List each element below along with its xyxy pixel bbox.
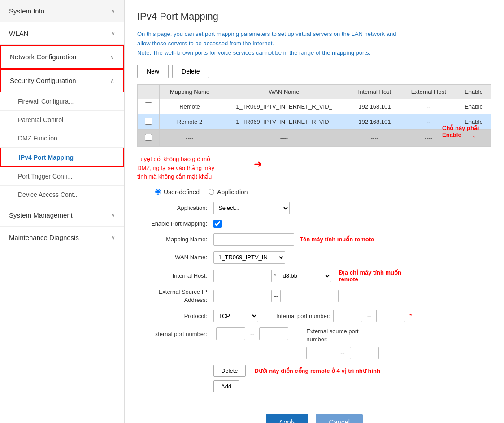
- col-checkbox: [138, 85, 160, 99]
- dmz-annotation: Tuyệt đối không bao giờ mở DMZ, ng lạ sẽ…: [137, 155, 254, 181]
- cell-wan-name: 1_TR069_IPTV_INTERNET_R_VID_: [220, 99, 348, 114]
- cell-wan-name: 1_TR069_IPTV_INTERNET_R_VID_: [220, 114, 348, 130]
- sidebar-item-network-config[interactable]: Network Configuration ∨: [0, 45, 124, 69]
- protocol-port-row: Protocol: TCP Internal port number: 3390…: [137, 310, 491, 322]
- external-source-from-input[interactable]: [213, 290, 272, 302]
- row-checkbox-1[interactable]: [145, 102, 152, 109]
- internal-port-to-input[interactable]: 3390: [376, 310, 405, 322]
- external-port-from-input[interactable]: 3390: [216, 327, 245, 340]
- wan-name-select[interactable]: 1_TR069_IPTV_IN: [213, 251, 285, 264]
- sidebar-item-label: Security Configuration: [10, 77, 76, 84]
- delete-small-button[interactable]: Delete: [213, 365, 246, 377]
- table-row-empty: ---- ---- ---- ---- ↑: [138, 130, 491, 147]
- internal-host-label: Internal Host:: [137, 272, 213, 279]
- enable-row: Enable Port Mapping:: [137, 220, 491, 228]
- radio-user-defined[interactable]: User-defined: [155, 188, 200, 196]
- mapping-name-label: Mapping Name:: [137, 236, 213, 243]
- col-enable: Enable: [456, 85, 491, 99]
- chevron-up-icon: ∧: [110, 78, 114, 84]
- mapping-name-input[interactable]: Remote 2: [213, 233, 294, 246]
- internal-host-input[interactable]: 192.168.101: [213, 270, 272, 282]
- external-port-row: External port number: 3390 -- 3390 Exter…: [137, 327, 491, 359]
- apply-button[interactable]: Apply: [266, 414, 309, 423]
- enable-checkbox[interactable]: [213, 220, 222, 228]
- add-row: Add: [213, 380, 491, 392]
- sidebar-item-label: Maintenance Diagnosis: [9, 234, 79, 241]
- col-external-host: External Host: [401, 85, 456, 99]
- cell-enable: Enable: [456, 99, 491, 114]
- add-button[interactable]: Add: [213, 380, 239, 392]
- sidebar-item-system-info[interactable]: System Info ∨: [0, 0, 124, 22]
- external-source-to-input[interactable]: [280, 290, 339, 302]
- sidebar-item-label: System Info: [9, 7, 44, 15]
- type-radio-row: User-defined Application: [137, 188, 491, 196]
- wan-name-row: WAN Name: 1_TR069_IPTV_IN: [137, 251, 491, 264]
- protocol-select[interactable]: TCP: [213, 310, 258, 322]
- application-row: Application: Select...: [137, 202, 491, 214]
- sidebar-item-label: System Management: [9, 211, 73, 219]
- table-row-selected: Remote 2 1_TR069_IPTV_INTERNET_R_VID_ 19…: [138, 114, 491, 130]
- cell-mapping-name: Remote: [159, 99, 220, 114]
- sidebar-item-label: WLAN: [9, 30, 28, 37]
- application-label: Application:: [137, 205, 213, 211]
- protocol-group: Protocol: TCP: [137, 310, 258, 322]
- sidebar-sub-item-device-access[interactable]: Device Access Cont...: [0, 186, 124, 204]
- external-source-row: External Source IPAddress: --: [137, 288, 491, 304]
- cell-wan-name: ----: [220, 130, 348, 147]
- external-source-label: External Source IPAddress:: [137, 288, 213, 304]
- chevron-down-icon: ∨: [111, 8, 115, 14]
- row-checkbox-3[interactable]: [145, 134, 152, 141]
- sidebar-item-label: Network Configuration: [10, 53, 76, 61]
- note-red: Dưới này điền cổng remote ở 4 vị trí như…: [255, 367, 380, 374]
- chevron-down-icon: ∨: [111, 212, 115, 218]
- col-wan-name: WAN Name: [220, 85, 348, 99]
- sidebar-sub-item-ipv4-port-mapping[interactable]: IPv4 Port Mapping: [0, 148, 124, 167]
- internal-host-annotation: Địa chỉ máy tính muốnremote: [339, 269, 401, 283]
- table-row: Remote 1_TR069_IPTV_INTERNET_R_VID_ 192.…: [138, 99, 491, 114]
- chevron-down-icon: ∨: [110, 54, 114, 60]
- final-buttons: Apply Cancel: [137, 414, 491, 423]
- radio-application-input[interactable]: [209, 189, 214, 195]
- ext-src-port-to-input[interactable]: [350, 347, 379, 359]
- col-mapping-name: Mapping Name: [159, 85, 220, 99]
- internal-port-group: Internal port number: 3390 -- 3390 *: [276, 310, 412, 322]
- external-port-group: External port number: 3390 -- 3390: [137, 327, 288, 340]
- new-button[interactable]: New: [137, 65, 169, 78]
- sidebar-sub-item-dmz[interactable]: DMZ Function: [0, 129, 124, 148]
- sidebar-item-maintenance-diagnosis[interactable]: Maintenance Diagnosis ∨: [0, 227, 124, 249]
- mapping-name-annotation: Tên máy tính muốn remote: [300, 236, 374, 243]
- internal-port-from-input[interactable]: 3390: [333, 310, 362, 322]
- application-select[interactable]: Select...: [213, 202, 290, 214]
- cancel-button[interactable]: Cancel: [316, 414, 363, 423]
- internal-host-select[interactable]: d8:bb: [278, 270, 331, 282]
- cell-mapping-name: Remote 2: [159, 114, 220, 130]
- row-checkbox-2[interactable]: [145, 118, 152, 125]
- delete-button[interactable]: Delete: [172, 65, 209, 78]
- sidebar-item-security-config[interactable]: Security Configuration ∧: [0, 69, 124, 92]
- external-source-port-group: External source portnumber: --: [306, 327, 378, 359]
- enable-label: Enable Port Mapping:: [137, 220, 213, 227]
- cell-external-host: --: [401, 99, 456, 114]
- delete-note-row: Delete Dưới này điền cổng remote ở 4 vị …: [213, 365, 491, 377]
- sidebar-item-system-management[interactable]: System Management ∨: [0, 204, 124, 227]
- info-text: On this page, you can set port mapping p…: [137, 30, 491, 57]
- main-content: IPv4 Port Mapping On this page, you can …: [125, 0, 504, 423]
- cell-internal-host: 192.168.101: [348, 114, 401, 130]
- sidebar-sub-item-port-trigger[interactable]: Port Trigger Confi...: [0, 167, 124, 186]
- sidebar-sub-item-parental-control[interactable]: Parental Control: [0, 111, 124, 129]
- radio-user-defined-input[interactable]: [155, 189, 161, 195]
- radio-application[interactable]: Application: [209, 188, 248, 196]
- sidebar-sub-item-firewall[interactable]: Firewall Configura...: [0, 92, 124, 111]
- internal-port-label: Internal port number:: [276, 313, 330, 319]
- external-source-port-label: External source portnumber:: [306, 327, 378, 344]
- cell-internal-host: ----: [348, 130, 401, 147]
- col-internal-host: Internal Host: [348, 85, 401, 99]
- mapping-table: Mapping Name WAN Name Internal Host Exte…: [137, 84, 491, 147]
- ext-src-port-from-input[interactable]: [306, 347, 335, 359]
- sidebar-item-wlan[interactable]: WLAN ∨: [0, 22, 124, 45]
- protocol-label: Protocol:: [137, 313, 213, 319]
- external-port-to-input[interactable]: 3390: [259, 327, 288, 340]
- toolbar: New Delete: [137, 65, 491, 78]
- form-section: User-defined Application Application: Se…: [137, 184, 491, 405]
- mapping-name-row: Mapping Name: Remote 2 Tên máy tính muốn…: [137, 233, 491, 246]
